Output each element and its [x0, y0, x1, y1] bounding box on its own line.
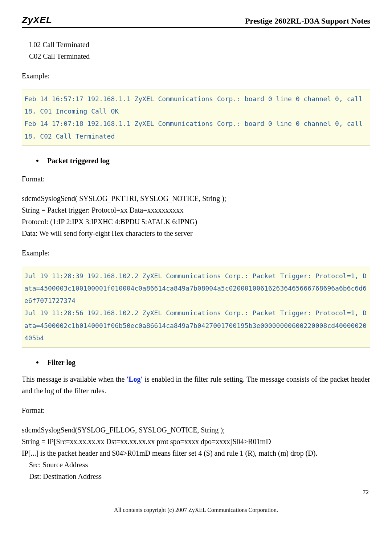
- filter-text-pre: This message is available when the: [22, 375, 127, 383]
- code-line: Feb 14 16:57:17 192.168.1.1 ZyXEL Commun…: [24, 93, 368, 118]
- bullet-icon: [36, 361, 38, 364]
- bullet-icon: [36, 160, 38, 162]
- doc-title: Prestige 2602RL-D3A Support Notes: [245, 16, 370, 26]
- packet-format-line: String = Packet trigger: Protocol=xx Dat…: [22, 204, 370, 216]
- page-number: 72: [22, 489, 370, 496]
- filter-log-paragraph: This message is available when the 'Log'…: [22, 373, 370, 397]
- call-terminated-l02: L02 Call Terminated: [22, 39, 370, 50]
- code-line: Jul 19 11:28:56 192.168.102.2 ZyXEL Comm…: [24, 307, 368, 344]
- bullet-packet-triggered: Packet triggered log: [36, 157, 370, 165]
- filter-format-line: IP[...] is the packet header and S04>R01…: [22, 447, 370, 459]
- brand-logo: ZyXEL: [22, 15, 52, 26]
- bullet-label: Packet triggered log: [47, 157, 110, 165]
- code-line: Jul 19 11:28:39 192.168.102.2 ZyXEL Comm…: [24, 270, 368, 307]
- packet-format-line: Data: We will send forty-eight Hex chara…: [22, 227, 370, 239]
- code-block-call-log: Feb 14 16:57:17 192.168.1.1 ZyXEL Commun…: [22, 90, 370, 146]
- filter-format-src: Src: Source Address: [22, 459, 370, 471]
- packet-format-line: sdcmdSyslogSend( SYSLOG_PKTTRI, SYSLOG_N…: [22, 193, 370, 204]
- format-label-2: Format:: [22, 405, 370, 416]
- code-block-packet-trigger: Jul 19 11:28:39 192.168.102.2 ZyXEL Comm…: [22, 267, 370, 348]
- filter-format-dst: Dst: Destination Address: [22, 471, 370, 482]
- filter-format-line: String = IP[Src=xx.xx.xx.xx Dst=xx.xx.xx…: [22, 436, 370, 447]
- example-label-2: Example:: [22, 247, 370, 259]
- log-keyword: 'Log': [127, 375, 143, 383]
- footer-copyright: All contents copyright (c) 2007 ZyXEL Co…: [22, 507, 370, 513]
- bullet-filter-log: Filter log: [36, 358, 370, 367]
- example-label-1: Example:: [22, 70, 370, 82]
- format-label-1: Format:: [22, 173, 370, 185]
- code-line: Feb 14 17:07:18 192.168.1.1 ZyXEL Commun…: [24, 118, 368, 142]
- bullet-label: Filter log: [47, 358, 75, 367]
- filter-format-line: sdcmdSyslogSend(SYSLOG_FILLOG, SYSLOG_NO…: [22, 424, 370, 436]
- call-terminated-c02: C02 Call Terminated: [22, 50, 370, 62]
- packet-format-line: Protocol: (1:IP 2:IPX 3:IPXHC 4:BPDU 5:A…: [22, 216, 370, 227]
- page-header: ZyXEL Prestige 2602RL-D3A Support Notes: [22, 15, 370, 28]
